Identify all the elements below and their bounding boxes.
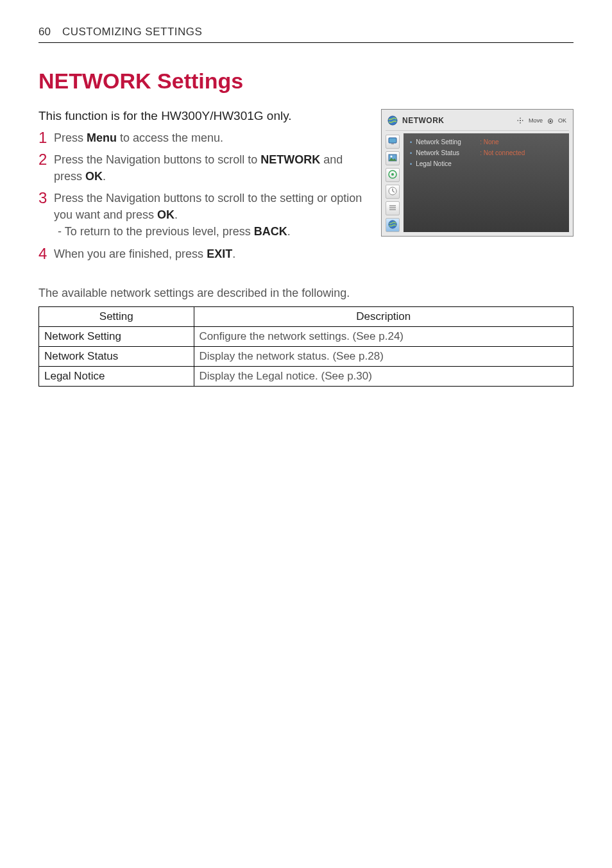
step-bold: EXIT <box>207 247 232 260</box>
step-bold: OK <box>85 170 103 183</box>
step-text: - To return to the previous level, press <box>58 225 254 238</box>
svg-rect-13 <box>389 209 396 210</box>
options-icon <box>388 203 397 213</box>
osd-content: • Network Setting : None • Network Statu… <box>404 133 569 232</box>
osd-label: Network Setting <box>416 138 480 146</box>
osd-label: Legal Notice <box>416 160 480 167</box>
page-header: 60 CUSTOMIZING SETTINGS <box>38 26 574 43</box>
svg-rect-4 <box>389 138 396 143</box>
setting-desc: Display the network status. (See p.28) <box>194 346 573 366</box>
osd-tab[interactable] <box>386 168 400 182</box>
step-bold: OK <box>157 208 174 221</box>
svg-point-7 <box>391 156 393 158</box>
step-text: When you are finished, press <box>54 247 207 260</box>
svg-point-9 <box>391 173 394 176</box>
step-item: 3 Press the Navigation buttons to scroll… <box>38 190 368 240</box>
bullet-icon: • <box>410 139 412 146</box>
svg-point-14 <box>389 221 396 228</box>
svg-point-0 <box>388 116 397 125</box>
osd-value: : Not connected <box>480 149 525 156</box>
svg-point-3 <box>549 120 551 122</box>
svg-rect-5 <box>391 144 394 144</box>
osd-hints: Move OK <box>517 117 566 124</box>
step-text: Press the Navigation buttons to scroll t… <box>54 153 260 166</box>
table-header: Description <box>194 306 573 326</box>
step-bold: BACK <box>254 225 287 238</box>
monitor-icon <box>388 137 397 147</box>
osd-row[interactable]: • Network Status : Not connected <box>410 149 563 156</box>
photo-icon <box>388 153 397 163</box>
osd-hint-label: Move <box>529 117 543 124</box>
subtitle: This function is for the HW300Y/HW301G o… <box>38 109 368 123</box>
step-number: 3 <box>38 187 47 210</box>
osd-label: Network Status <box>416 149 480 156</box>
table-intro: The available network settings are descr… <box>38 287 574 300</box>
globe-icon <box>388 220 397 230</box>
bullet-icon: • <box>410 161 412 167</box>
table-row: Legal Notice Display the Legal notice. (… <box>39 366 574 386</box>
sub-step: - To return to the previous level, press… <box>54 223 368 240</box>
osd-sidebar <box>386 133 401 232</box>
step-text: . <box>174 208 178 221</box>
osd-value: : None <box>480 138 498 146</box>
svg-point-1 <box>520 120 521 121</box>
step-item: 2 Press the Navigation buttons to scroll… <box>38 151 368 185</box>
svg-rect-11 <box>389 205 396 206</box>
svg-rect-12 <box>389 207 396 208</box>
osd-tab[interactable] <box>386 135 400 149</box>
audio-icon <box>388 170 397 180</box>
osd-header: NETWORK Move OK <box>386 113 569 131</box>
osd-tab[interactable] <box>386 151 400 165</box>
bullet-icon: • <box>410 150 412 156</box>
step-number: 1 <box>38 127 47 149</box>
osd-panel: NETWORK Move OK <box>381 109 574 237</box>
section-title: CUSTOMIZING SETTINGS <box>62 26 202 38</box>
osd-hint-label: OK <box>558 117 566 124</box>
osd-title: NETWORK <box>402 116 513 125</box>
step-text: Press the Navigation buttons to scroll t… <box>54 192 362 221</box>
osd-tab[interactable] <box>386 185 400 199</box>
setting-name: Network Status <box>39 346 194 366</box>
table-header-row: Setting Description <box>39 306 574 326</box>
setting-name: Legal Notice <box>39 366 194 386</box>
step-text: . <box>232 247 235 260</box>
step-text: to access the menu. <box>117 131 223 144</box>
step-text: . <box>287 225 291 238</box>
osd-row[interactable]: • Network Setting : None <box>410 138 563 146</box>
setting-name: Network Setting <box>39 326 194 346</box>
page-title: NETWORK Settings <box>38 69 574 94</box>
table-row: Network Setting Configure the network se… <box>39 326 574 346</box>
ok-icon <box>548 117 553 124</box>
step-bold: NETWORK <box>260 153 320 166</box>
clock-icon <box>388 187 397 197</box>
osd-tab-active[interactable] <box>386 218 400 232</box>
step-bold: Menu <box>87 131 117 144</box>
step-number: 2 <box>38 149 47 171</box>
move-icon <box>517 117 523 124</box>
page-number: 60 <box>38 26 51 38</box>
globe-icon <box>387 115 398 126</box>
step-text: Press <box>54 131 87 144</box>
step-item: 4 When you are finished, press EXIT. <box>38 246 368 262</box>
osd-tab[interactable] <box>386 201 400 215</box>
table-header: Setting <box>39 306 194 326</box>
step-number: 4 <box>38 243 47 265</box>
steps-list: 1 Press Menu to access the menu. 2 Press… <box>38 129 368 262</box>
setting-desc: Configure the network settings. (See p.2… <box>194 326 573 346</box>
step-text: . <box>103 170 106 183</box>
settings-table: Setting Description Network Setting Conf… <box>38 306 574 387</box>
table-row: Network Status Display the network statu… <box>39 346 574 366</box>
step-item: 1 Press Menu to access the menu. <box>38 129 368 146</box>
setting-desc: Display the Legal notice. (See p.30) <box>194 366 573 386</box>
osd-row[interactable]: • Legal Notice <box>410 160 563 167</box>
